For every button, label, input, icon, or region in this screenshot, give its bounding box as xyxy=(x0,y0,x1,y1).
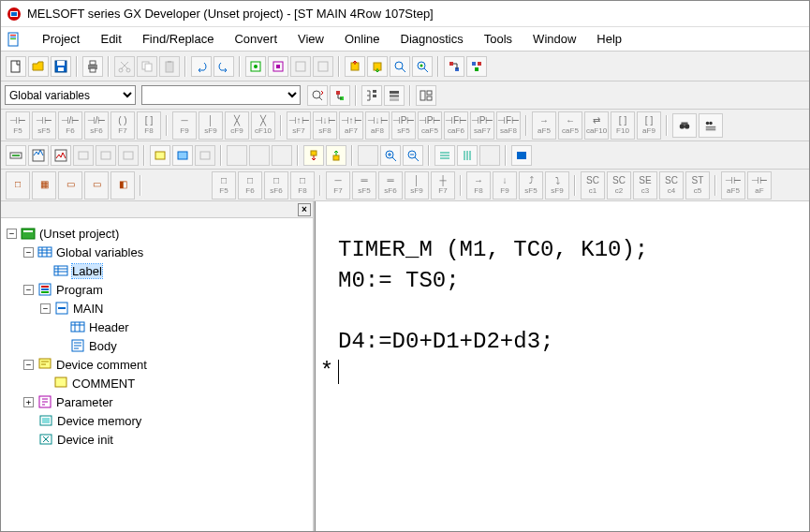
module-button-1[interactable] xyxy=(245,56,266,77)
comment-tool-2[interactable] xyxy=(172,145,193,166)
module-button-4[interactable] xyxy=(313,56,333,77)
ladder-f7[interactable]: ( )F7 xyxy=(110,111,135,140)
sfc-btn-5[interactable]: ◧ xyxy=(110,171,135,200)
menu-view[interactable]: View xyxy=(288,30,333,48)
menu-online[interactable]: Online xyxy=(335,30,390,48)
sfc-f8b[interactable]: →F8 xyxy=(466,171,491,200)
copy-button[interactable] xyxy=(137,56,157,77)
sfc-c4[interactable]: SCc4 xyxy=(659,171,684,200)
binoculars-button[interactable] xyxy=(672,113,697,138)
ladder-cf10[interactable]: ╳cF10 xyxy=(251,111,275,140)
ladder-af9[interactable]: [ ]aF9 xyxy=(637,111,661,140)
code-editor[interactable]: TIMER_M (M1, TC0, K10); M0:= TS0; D4:=D0… xyxy=(315,201,809,531)
ladder-caf10[interactable]: ⇄caF10 xyxy=(584,111,609,140)
ladder-saf8[interactable]: ⊣F⊢saF8 xyxy=(496,111,521,140)
ladder-af7[interactable]: ⊣↑⊢aF7 xyxy=(339,111,363,140)
sfc-sf6[interactable]: □sF6 xyxy=(264,171,288,200)
ladder-sf6[interactable]: ⊣/⊢sF6 xyxy=(84,111,109,140)
sfc-f9[interactable]: ↓F9 xyxy=(493,171,517,200)
sfc-sf6b[interactable]: ═sF6 xyxy=(378,171,403,200)
variable-scope-select[interactable]: Global variables xyxy=(5,85,136,105)
align-tool-3[interactable] xyxy=(479,145,500,166)
tree-toggle[interactable]: − xyxy=(23,247,34,258)
sfc-f6[interactable]: □F6 xyxy=(238,171,262,200)
step-tool-1[interactable] xyxy=(227,145,247,166)
sfc-sf5[interactable]: ═sF5 xyxy=(352,171,376,200)
menu-find-replace[interactable]: Find/Replace xyxy=(133,30,224,48)
tree-view-button-1[interactable] xyxy=(361,85,382,106)
menu-diagnostics[interactable]: Diagnostics xyxy=(391,30,473,48)
sfc-af5[interactable]: ⊣⊢aF5 xyxy=(721,171,745,200)
ladder-f8[interactable]: [ ]F8 xyxy=(137,111,161,140)
align-tool-2[interactable] xyxy=(457,145,478,166)
print-button[interactable] xyxy=(82,56,103,77)
ladder-f5[interactable]: ⊣⊢F5 xyxy=(6,111,30,140)
ladder-saf7[interactable]: ⊣P⊢saF7 xyxy=(470,111,494,140)
grid-tool-1[interactable] xyxy=(358,145,378,166)
align-tool-1[interactable] xyxy=(434,145,455,166)
code-line[interactable]: D4:=D0+D1+D2+d3; xyxy=(338,329,553,354)
network-button-1[interactable] xyxy=(444,56,464,77)
new-button[interactable] xyxy=(6,56,26,77)
ladder-caf5b[interactable]: ←caF5 xyxy=(558,111,582,140)
tree-body-node[interactable]: Body xyxy=(89,339,117,353)
ladder-f9[interactable]: ─F9 xyxy=(172,111,197,140)
tree-global-variables[interactable]: Global variables xyxy=(56,245,143,259)
code-cursor-line[interactable]: * xyxy=(338,359,339,384)
tree-comment-node[interactable]: COMMENT xyxy=(72,377,135,391)
menu-window[interactable]: Window xyxy=(523,30,585,48)
var-button-1[interactable] xyxy=(307,85,328,106)
var-button-2[interactable] xyxy=(330,85,350,106)
tree-label-node[interactable]: Label xyxy=(72,264,102,278)
sfc-af[interactable]: ⊣⊢aF xyxy=(747,171,772,200)
tree-toggle[interactable]: − xyxy=(23,285,34,295)
monitor-tool-3[interactable] xyxy=(51,145,71,166)
module-button-3[interactable] xyxy=(290,56,311,77)
binoculars-list-button[interactable] xyxy=(699,113,723,138)
read-plc-button[interactable] xyxy=(367,56,388,77)
monitor-tool-1[interactable] xyxy=(6,145,26,166)
ladder-sf5[interactable]: ⊣⊢sF5 xyxy=(32,111,56,140)
tree-program[interactable]: Program xyxy=(56,283,103,297)
tree-device-comment[interactable]: Device comment xyxy=(56,358,147,372)
tree-toggle[interactable]: + xyxy=(23,397,34,407)
tree-toggle[interactable]: − xyxy=(7,229,17,239)
paste-button[interactable] xyxy=(159,56,180,77)
tree-device-memory[interactable]: Device memory xyxy=(57,414,141,428)
variable-name-select[interactable] xyxy=(141,85,301,105)
sfc-sf9b[interactable]: ⤵sF9 xyxy=(545,171,569,200)
code-line[interactable]: M0:= TS0; xyxy=(338,268,460,293)
sfc-f7b[interactable]: ┼F7 xyxy=(431,171,455,200)
menu-tools[interactable]: Tools xyxy=(475,30,522,48)
step-tool-3[interactable] xyxy=(272,145,292,166)
monitor-button-1[interactable] xyxy=(390,56,410,77)
tree-main[interactable]: MAIN xyxy=(73,302,104,316)
ladder-sf9[interactable]: │sF9 xyxy=(199,111,223,140)
ladder-af5[interactable]: →aF5 xyxy=(532,111,556,140)
network-button-2[interactable] xyxy=(466,56,487,77)
project-tree[interactable]: − (Unset project) − Global variables Lab… xyxy=(1,218,313,531)
undo-button[interactable] xyxy=(191,56,212,77)
monitor-tool-4[interactable] xyxy=(73,145,94,166)
menu-project[interactable]: Project xyxy=(33,30,89,48)
monitor-tool-2[interactable] xyxy=(28,145,49,166)
code-line[interactable]: TIMER_M (M1, TC0, K10); xyxy=(338,237,648,262)
write-plc-button[interactable] xyxy=(345,56,365,77)
zoom-step-button-1[interactable] xyxy=(303,145,324,166)
menu-edit[interactable]: Edit xyxy=(91,30,130,48)
menu-convert[interactable]: Convert xyxy=(225,30,287,48)
zoom-step-button-2[interactable] xyxy=(326,145,346,166)
tree-toggle[interactable]: − xyxy=(23,360,34,370)
sfc-f7[interactable]: ─F7 xyxy=(326,171,350,200)
ladder-f6[interactable]: ⊣/⊢F6 xyxy=(58,111,82,140)
sfc-c2[interactable]: SCc2 xyxy=(607,171,631,200)
sfc-sf9[interactable]: │sF9 xyxy=(405,171,429,200)
cut-button[interactable] xyxy=(114,56,135,77)
step-tool-2[interactable] xyxy=(249,145,270,166)
ladder-srf5[interactable]: ⊣P⊢sF5 xyxy=(391,111,416,140)
sfc-c1[interactable]: SCc1 xyxy=(581,171,605,200)
ladder-caf6[interactable]: ⊣F⊢caF6 xyxy=(444,111,468,140)
module-button-2[interactable] xyxy=(268,56,288,77)
tree-view-button-2[interactable] xyxy=(384,85,405,106)
sfc-sf5b[interactable]: ⤴sF5 xyxy=(519,171,543,200)
